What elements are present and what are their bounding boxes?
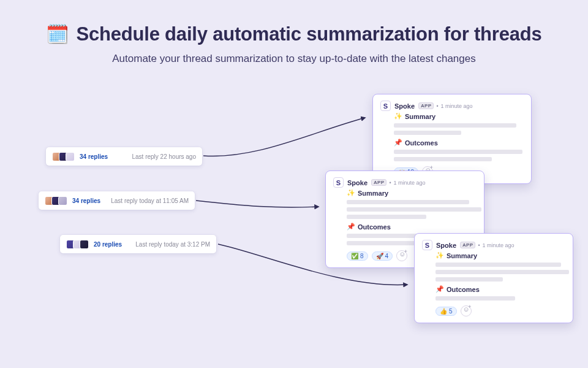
summary-section-label: ✨ Summary (435, 251, 565, 259)
thread-item[interactable]: 20 replies Last reply today at 3:12 PM (60, 235, 216, 253)
add-reaction-button[interactable] (461, 305, 472, 316)
post-time: 1 minute ago (483, 242, 514, 248)
summary-header: S Spoke APP • 1 minute ago (380, 101, 524, 111)
text-placeholder (347, 207, 481, 212)
summary-card: S Spoke APP • 1 minute ago ✨ Summary 📌 O… (414, 233, 573, 323)
summary-section-label: ✨ Summary (394, 112, 524, 120)
arrow-icon (203, 118, 365, 156)
avatar-stack (45, 196, 67, 205)
app-name: Spoke (394, 102, 415, 110)
reaction-count: 4 (385, 253, 389, 259)
summary-header: S Spoke APP • 1 minute ago (422, 240, 565, 250)
outcomes-section-label: 📌 Outcomes (435, 285, 565, 293)
app-name: Spoke (436, 242, 456, 249)
page-header: 🗓️ Schedule daily automatic summarizatio… (0, 0, 588, 45)
reply-count: 34 replies (80, 153, 108, 160)
post-time: 1 minute ago (441, 103, 473, 109)
post-time: 1 minute ago (394, 180, 426, 186)
page-title: Schedule daily automatic summarization f… (76, 23, 541, 45)
avatar (58, 196, 67, 205)
sparkle-icon: ✨ (435, 251, 444, 259)
dot-separator: • (478, 242, 480, 248)
app-name: Spoke (347, 179, 368, 186)
check-emoji-icon: ✅ (351, 253, 358, 259)
section-label-text: Outcomes (405, 139, 438, 147)
text-placeholder (394, 150, 522, 154)
text-placeholder (394, 131, 461, 135)
reaction-button[interactable]: ✅ 8 (347, 251, 368, 261)
avatar-stack (52, 152, 75, 161)
text-placeholder (394, 157, 492, 161)
text-placeholder (435, 277, 503, 282)
reply-count: 34 replies (72, 197, 100, 204)
spoke-logo-icon: S (333, 177, 344, 188)
arrow-icon (196, 201, 318, 207)
thread-item[interactable]: 34 replies Last reply 22 hours ago (46, 147, 202, 166)
spoke-logo-icon: S (380, 101, 391, 111)
add-reaction-button[interactable] (396, 250, 407, 261)
reaction-button[interactable]: 👍 5 (435, 307, 457, 316)
avatar (66, 152, 75, 161)
calendar-icon: 🗓️ (46, 25, 69, 44)
summary-section-label: ✨ Summary (347, 189, 477, 197)
outcomes-section-label: 📌 Outcomes (347, 223, 477, 231)
reaction-count: 8 (360, 253, 364, 259)
text-placeholder (435, 270, 569, 274)
avatar (80, 240, 89, 249)
reaction-button[interactable]: 🚀 4 (372, 251, 393, 261)
section-label-text: Outcomes (447, 286, 480, 293)
app-badge: APP (371, 179, 386, 186)
last-reply-time: Last reply today at 11:05 AM (111, 197, 189, 204)
text-placeholder (435, 296, 515, 301)
pin-icon: 📌 (394, 139, 402, 147)
outcomes-section-label: 📌 Outcomes (394, 139, 524, 147)
section-label-text: Summary (358, 190, 388, 197)
dot-separator: • (389, 180, 391, 186)
app-badge: APP (418, 102, 434, 109)
text-placeholder (435, 263, 561, 267)
section-label-text: Summary (405, 113, 435, 120)
thumbs-up-emoji-icon: 👍 (440, 308, 447, 315)
sparkle-icon: ✨ (347, 189, 355, 197)
text-placeholder (347, 215, 426, 219)
last-reply-time: Last reply 22 hours ago (132, 153, 196, 160)
pin-icon: 📌 (435, 285, 444, 293)
dot-separator: • (436, 103, 438, 109)
text-placeholder (394, 123, 516, 128)
reply-count: 20 replies (94, 241, 122, 248)
section-label-text: Summary (447, 252, 477, 259)
reaction-count: 5 (449, 308, 453, 315)
section-label-text: Outcomes (358, 223, 391, 231)
thread-item[interactable]: 34 replies Last reply today at 11:05 AM (39, 191, 195, 210)
reaction-row: 👍 5 (435, 305, 565, 316)
text-placeholder (347, 200, 469, 204)
rocket-emoji-icon: 🚀 (376, 253, 383, 259)
pin-icon: 📌 (347, 223, 355, 231)
spoke-logo-icon: S (422, 240, 432, 250)
sparkle-icon: ✨ (394, 112, 402, 120)
last-reply-time: Last reply today at 3:12 PM (135, 241, 210, 248)
avatar-stack (66, 240, 89, 249)
page-subtitle: Automate your thread summarization to st… (0, 53, 588, 65)
summary-header: S Spoke APP • 1 minute ago (333, 177, 477, 188)
app-badge: APP (460, 242, 475, 248)
